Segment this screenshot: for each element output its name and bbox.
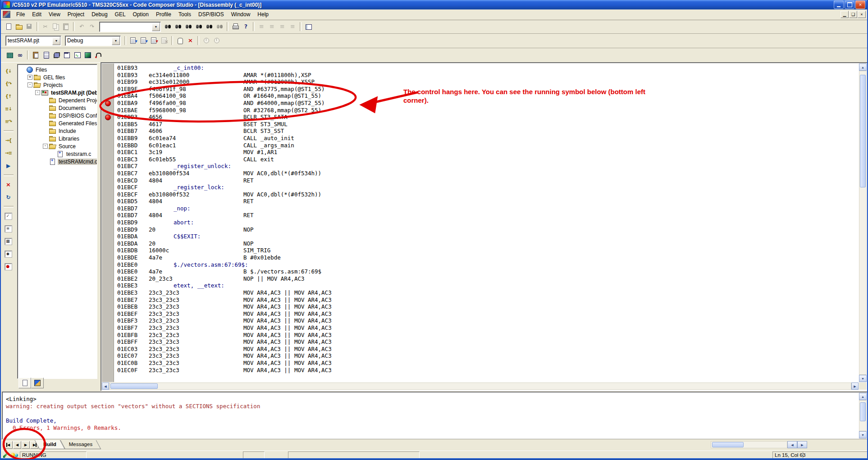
- register-window-button[interactable]: [51, 50, 62, 60]
- tab-build[interactable]: Build: [37, 440, 63, 449]
- new-file-button[interactable]: [4, 22, 14, 32]
- build-vertical-scrollbar[interactable]: ▲ ▼: [859, 393, 867, 438]
- halt-processor-button[interactable]: ×: [3, 179, 14, 190]
- run-to-cursor-button[interactable]: →{: [3, 135, 14, 146]
- tree-item-files[interactable]: Files: [18, 66, 96, 73]
- step-over-button[interactable]: {↷: [3, 78, 14, 89]
- scroll-down-icon[interactable]: ▼: [859, 431, 867, 438]
- search-combobox[interactable]: ▼: [99, 22, 161, 32]
- window-layout-button[interactable]: [303, 22, 314, 32]
- breakpoint-icon[interactable]: [105, 114, 111, 120]
- tree-item-dsp-bios-config[interactable]: DSP/BIOS Config: [18, 112, 96, 119]
- menu-window[interactable]: Window: [228, 11, 254, 18]
- halt-button[interactable]: [175, 36, 185, 46]
- disassembly-horizontal-scrollbar[interactable]: ◀ ▶: [102, 383, 859, 390]
- scroll-right-icon[interactable]: ▶: [797, 441, 807, 448]
- disassembly-vertical-scrollbar[interactable]: ▲ ▼: [859, 64, 867, 382]
- find-replace-button[interactable]: [204, 22, 215, 32]
- minimize-button[interactable]: [834, 0, 844, 9]
- menu-gel[interactable]: GEL: [111, 11, 129, 18]
- scroll-up-icon[interactable]: ▲: [859, 393, 867, 400]
- step-into-button[interactable]: {↓: [3, 66, 14, 77]
- edit-workspace-button[interactable]: [5, 50, 15, 60]
- menu-project[interactable]: Project: [64, 11, 88, 18]
- asm-step-over-button[interactable]: ≡↷: [3, 116, 14, 127]
- record-button[interactable]: ●: [3, 261, 14, 272]
- collapse-icon[interactable]: -: [43, 144, 48, 149]
- find-in-files-button[interactable]: [183, 22, 194, 32]
- scroll-left-icon[interactable]: ◀: [787, 441, 797, 448]
- image-window-button[interactable]: [82, 50, 93, 60]
- prev-tab-button[interactable]: ◀: [13, 441, 21, 449]
- tree-item-documents[interactable]: Documents: [18, 104, 96, 112]
- memory-window-button[interactable]: [41, 50, 51, 60]
- tree-item-source[interactable]: -Source: [18, 142, 96, 150]
- quick-watch-button[interactable]: ∞: [15, 50, 25, 60]
- scroll-up-icon[interactable]: ▲: [859, 64, 867, 71]
- bookmarks-tab[interactable]: [31, 378, 44, 388]
- compile-file-button[interactable]: [128, 36, 138, 46]
- restore-button[interactable]: [845, 0, 854, 9]
- scroll-right-icon[interactable]: ▶: [851, 383, 859, 390]
- tree-item-testsram-pjt-debu[interactable]: -testSRAM.pjt (Debu: [18, 89, 96, 96]
- menu-option[interactable]: Option: [129, 11, 152, 18]
- configuration-combobox[interactable]: Debug▼: [65, 36, 121, 46]
- close-button[interactable]: ×: [855, 0, 865, 9]
- dropdown-arrow-icon[interactable]: ▼: [112, 36, 120, 45]
- menu-edit[interactable]: Edit: [28, 11, 45, 18]
- dialog-window-button[interactable]: ✓: [3, 211, 14, 222]
- graph-window-button[interactable]: [72, 50, 82, 60]
- incremental-build-button[interactable]: [138, 36, 149, 46]
- menu-help[interactable]: Help: [254, 11, 272, 18]
- watch-window-button[interactable]: [31, 50, 41, 60]
- dropdown-arrow-icon[interactable]: ▼: [52, 36, 60, 45]
- tree-item-libraries[interactable]: Libraries: [18, 135, 96, 142]
- open-file-button[interactable]: [14, 22, 24, 32]
- watch-view-button[interactable]: ▦: [3, 236, 14, 247]
- collapse-icon[interactable]: -: [35, 90, 40, 95]
- menu-view[interactable]: View: [45, 11, 64, 18]
- search-word-button[interactable]: [194, 22, 204, 32]
- collapse-icon[interactable]: -: [27, 82, 32, 87]
- dropdown-arrow-icon[interactable]: ▼: [152, 23, 160, 31]
- build-output-text[interactable]: <Linking>warning: creating output sectio…: [6, 396, 857, 432]
- breakpoint-icon[interactable]: [105, 100, 111, 106]
- disassembly-code[interactable]: 01EB93_c_int00:01EB93ec314e011800AMAR *(…: [117, 64, 859, 373]
- tabrow-horizontal-scrollbar[interactable]: ◀ ▶: [711, 441, 807, 448]
- first-tab-button[interactable]: ◀: [5, 441, 13, 449]
- menu-tools[interactable]: Tools: [175, 11, 195, 18]
- animate-run-button[interactable]: ↻: [3, 192, 14, 203]
- animate-button[interactable]: ×: [185, 36, 196, 46]
- tree-item-generated-files[interactable]: Generated Files: [18, 119, 96, 127]
- tree-item-testsram-c[interactable]: testsram.c: [18, 150, 96, 158]
- document-icon[interactable]: [3, 11, 10, 18]
- find-next-button[interactable]: [163, 22, 173, 32]
- rebuild-all-button[interactable]: [149, 36, 159, 46]
- probe-point-button[interactable]: [93, 50, 103, 60]
- tree-item-gel-files[interactable]: +GEL files: [18, 73, 96, 81]
- menu-dsp-bios[interactable]: DSP/BIOS: [195, 11, 228, 18]
- disassembly-window-button[interactable]: [62, 50, 72, 60]
- run-button[interactable]: ▶: [3, 160, 14, 171]
- expand-icon[interactable]: +: [27, 75, 32, 80]
- next-tab-button[interactable]: ▶: [22, 441, 30, 449]
- scroll-down-icon[interactable]: ▼: [859, 375, 867, 382]
- asm-step-into-button[interactable]: ≡↓: [3, 104, 14, 114]
- menu-file[interactable]: File: [13, 11, 28, 18]
- scroll-left-icon[interactable]: ◀: [102, 383, 109, 390]
- project-combobox[interactable]: testSRAM.pjt▼: [5, 36, 61, 46]
- tab-messages[interactable]: Messages: [63, 440, 99, 449]
- mdi-restore-button[interactable]: ❑: [849, 11, 857, 18]
- tree-item-include[interactable]: Include: [18, 127, 96, 135]
- breakpoint-gutter[interactable]: [102, 64, 114, 382]
- set-pc-button[interactable]: →≡: [3, 148, 14, 159]
- mdi-close-button[interactable]: ×: [858, 11, 866, 18]
- tree-item-testsramcmd-cmd[interactable]: testSRAMcmd.cmd: [18, 158, 96, 165]
- tree-item-dependent-project[interactable]: Dependent Project: [18, 96, 96, 104]
- step-out-button[interactable]: {↑: [3, 91, 14, 102]
- menu-profile[interactable]: Profile: [152, 11, 175, 18]
- mdi-minimize-button[interactable]: ▁: [841, 11, 849, 18]
- menu-debug[interactable]: Debug: [88, 11, 111, 18]
- find-prev-button[interactable]: [173, 22, 183, 32]
- project-files-tab[interactable]: [18, 378, 31, 388]
